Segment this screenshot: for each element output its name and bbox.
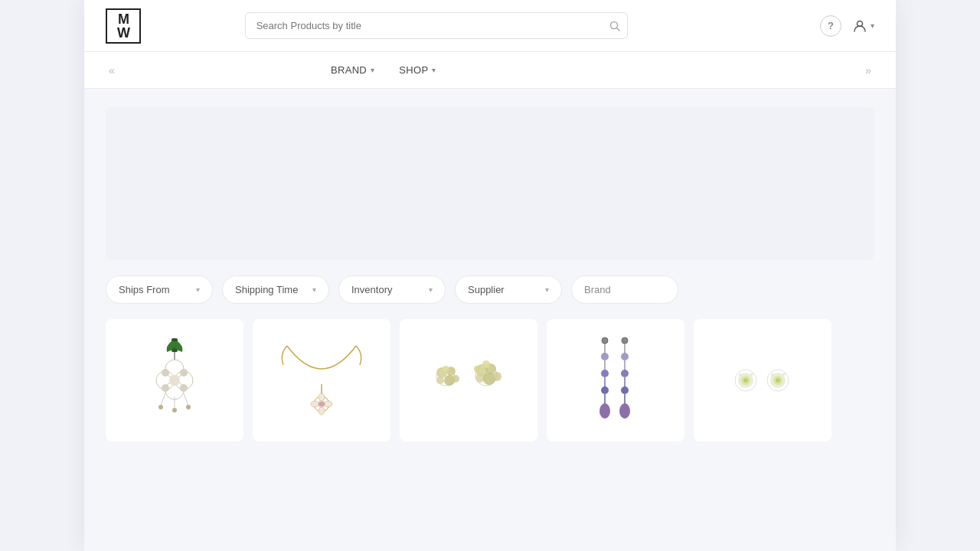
svg-point-56 [621, 370, 629, 377]
header-actions: ? ▾ [820, 15, 874, 37]
filter-shipping-time-chevron: ▾ [312, 285, 316, 294]
search-button[interactable] [609, 21, 620, 31]
svg-point-42 [474, 366, 480, 372]
svg-line-16 [184, 393, 188, 406]
header: M W ? [84, 0, 896, 52]
svg-point-45 [601, 353, 609, 360]
filter-supplier-chevron: ▾ [545, 285, 549, 294]
svg-point-11 [180, 369, 188, 377]
svg-point-71 [771, 373, 774, 377]
filter-inventory-label: Inventory [351, 284, 392, 295]
user-icon [852, 18, 867, 34]
filter-ships-from-label: Ships From [119, 284, 169, 295]
svg-point-27 [318, 402, 325, 406]
filter-brand-label: Brand [584, 284, 611, 295]
svg-point-12 [162, 384, 169, 392]
filter-supplier-label: Supplier [468, 284, 505, 295]
logo[interactable]: M W [106, 8, 141, 44]
svg-point-13 [180, 384, 188, 392]
svg-point-34 [452, 375, 459, 383]
user-menu-button[interactable]: ▾ [852, 18, 874, 34]
svg-point-40 [482, 360, 490, 368]
search-input[interactable] [245, 12, 628, 39]
nav-right-chevron[interactable]: » [862, 61, 874, 80]
filter-brand[interactable]: Brand [571, 276, 678, 304]
product-card-4[interactable] [547, 319, 684, 442]
search-icon [609, 21, 620, 31]
product-card-1[interactable] [106, 319, 243, 442]
filter-ships-from[interactable]: Ships From ▾ [106, 276, 213, 304]
nav-links: BRAND ▾ SHOP ▾ [331, 64, 436, 76]
logo-w: W [117, 26, 129, 40]
filter-bar: Ships From ▾ Shipping Time ▾ Inventory ▾… [106, 276, 874, 304]
product-image-1 [121, 334, 228, 426]
svg-point-26 [325, 401, 332, 407]
svg-point-66 [751, 373, 753, 375]
svg-point-47 [601, 370, 609, 377]
nav-brand-chevron: ▾ [371, 66, 374, 74]
product-card-2[interactable] [253, 319, 390, 442]
filter-ships-from-chevron: ▾ [196, 285, 200, 294]
svg-point-58 [621, 386, 629, 394]
filter-inventory-chevron: ▾ [429, 285, 433, 294]
filter-shipping-time-label: Shipping Time [235, 284, 298, 295]
page-wrapper: M W ? [0, 0, 980, 551]
svg-point-18 [172, 408, 177, 412]
filter-shipping-time[interactable]: Shipping Time ▾ [222, 276, 329, 304]
svg-point-25 [311, 401, 318, 407]
product-image-3 [415, 334, 522, 426]
svg-point-31 [436, 377, 444, 384]
nav-shop-chevron: ▾ [432, 66, 436, 74]
logo-m: M [118, 12, 129, 26]
svg-point-72 [783, 373, 786, 375]
svg-point-54 [621, 353, 629, 360]
svg-point-33 [443, 366, 449, 372]
svg-line-1 [616, 28, 619, 31]
hero-banner [106, 107, 874, 260]
product-grid [106, 319, 874, 442]
svg-point-49 [601, 386, 609, 394]
nav-left-chevron[interactable]: « [106, 61, 118, 80]
svg-point-60 [619, 403, 630, 419]
svg-point-9 [169, 375, 180, 386]
svg-point-70 [776, 378, 780, 383]
filter-inventory[interactable]: Inventory ▾ [338, 276, 446, 304]
svg-point-65 [739, 373, 742, 377]
filter-supplier[interactable]: Supplier ▾ [455, 276, 562, 304]
help-button[interactable]: ? [820, 15, 841, 37]
svg-point-10 [162, 369, 169, 377]
nav-brand-label: BRAND [331, 64, 367, 76]
logo-inner: M W [117, 12, 129, 40]
product-card-5[interactable] [694, 319, 831, 442]
main-container: M W ? [84, 0, 896, 551]
product-image-5 [709, 334, 816, 426]
svg-point-64 [743, 378, 748, 383]
svg-point-51 [599, 403, 610, 419]
product-image-4 [562, 334, 669, 426]
svg-point-19 [186, 405, 191, 409]
svg-point-23 [318, 393, 325, 401]
nav-item-shop[interactable]: SHOP ▾ [399, 64, 436, 76]
svg-point-24 [318, 407, 325, 415]
nav-item-brand[interactable]: BRAND ▾ [331, 64, 374, 76]
user-chevron-icon: ▾ [871, 21, 874, 30]
nav-bar: « BRAND ▾ SHOP ▾ » [84, 52, 896, 89]
search-bar [245, 12, 628, 39]
svg-point-43 [602, 337, 608, 344]
product-card-3[interactable] [400, 319, 537, 442]
content-area: Ships From ▾ Shipping Time ▾ Inventory ▾… [84, 89, 896, 551]
product-image-2 [268, 334, 375, 426]
svg-line-14 [161, 393, 165, 406]
svg-point-17 [158, 405, 163, 409]
svg-point-52 [622, 337, 628, 344]
svg-point-41 [492, 372, 501, 381]
nav-shop-label: SHOP [399, 64, 428, 76]
help-icon: ? [828, 20, 834, 31]
